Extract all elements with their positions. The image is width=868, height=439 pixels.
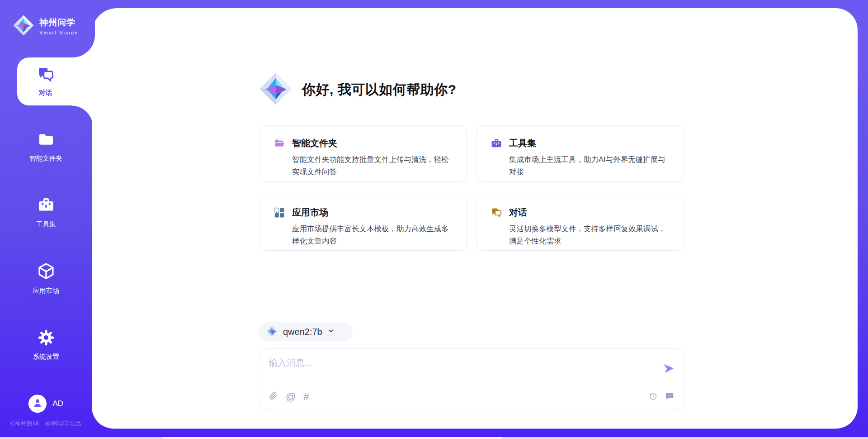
- feature-cards: 智能文件夹 智能文件夹功能支持批量文件上传与清洗，轻松实现文件问答 工具集 集成…: [259, 125, 684, 251]
- horizontal-scrollbar[interactable]: [0, 437, 868, 439]
- folder-icon: [37, 130, 55, 150]
- model-name: qwen2:7b: [283, 327, 322, 337]
- gear-icon: [37, 329, 55, 348]
- brand-logo-block: 神州问学 Smart Vision: [0, 0, 95, 57]
- hashtag-button[interactable]: #: [303, 392, 309, 402]
- paperclip-icon: [269, 391, 278, 402]
- sidebar-item-label: 智能文件夹: [29, 154, 62, 163]
- message-composer: @ #: [259, 348, 684, 410]
- card-title: 智能文件夹: [292, 137, 456, 149]
- chevron-down-icon: [327, 327, 335, 337]
- greeting-block: 你好, 我可以如何帮助你?: [259, 72, 457, 108]
- card-title: 对话: [509, 206, 673, 219]
- card-desc: 应用市场提供丰富长文本模板，助力高效生成多样化文章内容: [292, 223, 456, 247]
- sidebar-item-smart-folder[interactable]: 智能文件夹: [0, 130, 92, 163]
- hashtag-icon: #: [303, 392, 309, 402]
- main-content: 你好, 我可以如何帮助你? 智能文件夹 智能文件夹功能支持批量文件上传与清洗，轻…: [259, 8, 684, 429]
- sidebar-footer-credit: ©神州数码 · 神州问学出品: [0, 420, 92, 428]
- toolbox-icon: [37, 196, 55, 216]
- feedback-button[interactable]: [665, 391, 675, 403]
- send-icon: [661, 370, 675, 377]
- sidebar-item-app-market[interactable]: 应用市场: [0, 262, 92, 295]
- user-name: AD: [52, 399, 63, 408]
- user-account[interactable]: AD: [0, 395, 92, 413]
- folder-open-icon: [274, 138, 285, 181]
- message-input[interactable]: [269, 357, 657, 380]
- sidebar-item-toolbox[interactable]: 工具集: [0, 196, 92, 229]
- avatar: [28, 395, 47, 413]
- card-desc: 集成市场上主流工具，助力AI与外界无缝扩展与对接: [509, 153, 673, 178]
- card-toolbox[interactable]: 工具集 集成市场上主流工具，助力AI与外界无缝扩展与对接: [476, 125, 684, 181]
- send-button[interactable]: [661, 361, 675, 376]
- diamond-logo-icon: [266, 325, 278, 339]
- card-app-market[interactable]: 应用市场 应用市场提供丰富长文本模板，助力高效生成多样化文章内容: [259, 195, 467, 251]
- greeting-title: 你好, 我可以如何帮助你?: [302, 81, 457, 99]
- sidebar-item-label: 系统设置: [33, 353, 59, 361]
- history-button[interactable]: [648, 391, 658, 403]
- mention-icon: @: [286, 392, 296, 402]
- card-smart-folder[interactable]: 智能文件夹 智能文件夹功能支持批量文件上传与清洗，轻松实现文件问答: [259, 125, 467, 181]
- sidebar-item-label: 工具集: [36, 220, 56, 229]
- sidebar: 神州问学 Smart Vision 对话 智能文件夹: [0, 0, 92, 439]
- card-chat[interactable]: 对话 灵活切换多模型文件，支持多样回复效果调试，满足个性化需求: [476, 195, 684, 251]
- brand-subtitle: Smart Vision: [39, 30, 78, 35]
- model-selector[interactable]: qwen2:7b: [259, 322, 353, 341]
- attachment-button[interactable]: [269, 391, 278, 402]
- sidebar-item-chat[interactable]: 对话: [17, 57, 93, 105]
- composer-right-toolbar: [648, 391, 675, 403]
- composer-divider: [265, 384, 677, 384]
- history-icon: [648, 391, 658, 403]
- sidebar-item-label: 应用市场: [33, 286, 59, 295]
- card-desc: 灵活切换多模型文件，支持多样回复效果调试，满足个性化需求: [509, 223, 673, 247]
- toolbox-icon: [491, 138, 502, 181]
- chat-icon: [491, 207, 502, 250]
- scrollbar-thumb[interactable]: [163, 437, 502, 439]
- person-icon: [32, 397, 43, 410]
- grid-icon: [274, 207, 285, 250]
- tab-bottom-fillet: [71, 105, 93, 127]
- chat-icon: [37, 66, 55, 86]
- sidebar-item-label: 对话: [39, 89, 52, 97]
- diamond-logo-icon: [13, 14, 34, 38]
- composer-toolbar: @ #: [269, 391, 309, 402]
- brand-name: 神州问学: [39, 17, 78, 29]
- cube-icon: [37, 262, 56, 282]
- mention-button[interactable]: @: [286, 392, 296, 402]
- diamond-logo-icon: [259, 72, 293, 108]
- card-title: 工具集: [509, 137, 673, 149]
- card-desc: 智能文件夹功能支持批量文件上传与清洗，轻松实现文件问答: [292, 153, 456, 178]
- card-title: 应用市场: [292, 206, 456, 219]
- chat-bubble-icon: [665, 391, 675, 403]
- sidebar-item-settings[interactable]: 系统设置: [0, 329, 92, 361]
